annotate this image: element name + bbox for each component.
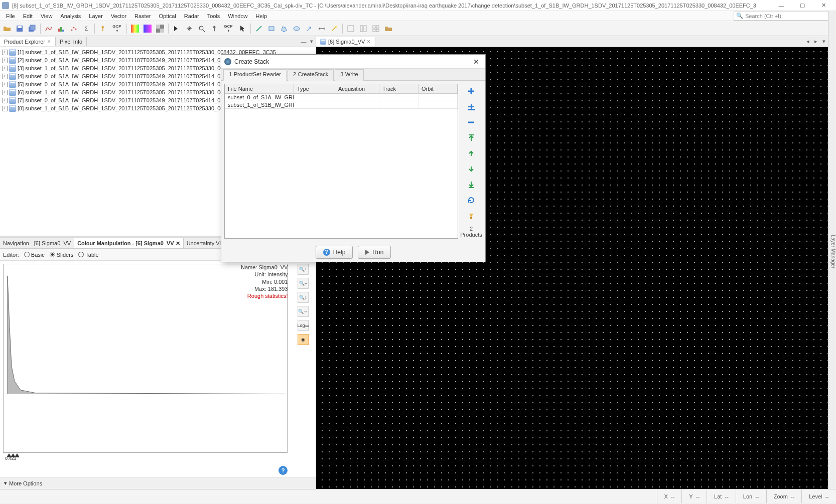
- pin-tool-icon[interactable]: [208, 23, 220, 35]
- radio-table[interactable]: Table: [78, 252, 98, 258]
- menu-file[interactable]: File: [2, 12, 19, 20]
- scatter-icon[interactable]: [68, 23, 80, 35]
- layer-manager-sidetab[interactable]: Layer Manager: [828, 11, 836, 489]
- menu-help[interactable]: Help: [251, 12, 271, 20]
- table-row[interactable]: subset_1_of_S1B_IW_GRDH_...: [225, 101, 458, 109]
- expand-icon[interactable]: +: [2, 58, 8, 63]
- menu-view[interactable]: View: [37, 12, 57, 20]
- arrow-icon[interactable]: [171, 23, 183, 35]
- expand-icon[interactable]: +: [2, 82, 8, 87]
- draw-poly-icon[interactable]: [278, 23, 290, 35]
- menu-vector[interactable]: Vector: [107, 12, 130, 20]
- gcp-icon[interactable]: GCP⬥: [109, 23, 124, 35]
- pin-icon[interactable]: [97, 23, 109, 35]
- expand-icon[interactable]: +: [2, 74, 8, 79]
- tab-navigation[interactable]: Navigation - [6] Sigma0_VV: [0, 238, 74, 248]
- layout1-icon[interactable]: [345, 23, 357, 35]
- open-icon[interactable]: [1, 23, 13, 35]
- save-icon[interactable]: [14, 23, 26, 35]
- dialog-tab-write[interactable]: 3-Write: [335, 69, 363, 81]
- close-icon[interactable]: ✕: [367, 39, 371, 44]
- slider-max-handle[interactable]: [15, 453, 20, 457]
- tab-product-explorer[interactable]: Product Explorer ✕: [0, 37, 56, 46]
- expand-icon[interactable]: +: [2, 90, 8, 95]
- nav-right-icon[interactable]: ▸: [812, 38, 820, 45]
- close-icon[interactable]: ✕: [176, 240, 180, 247]
- zoom-out-x-icon[interactable]: 🔍−: [298, 278, 309, 289]
- col-orbit[interactable]: Orbit: [419, 84, 458, 93]
- minimize-button[interactable]: —: [771, 0, 792, 11]
- move-up-button[interactable]: [466, 148, 477, 159]
- nav-left-icon[interactable]: ◂: [804, 38, 812, 45]
- zoom-out-y-icon[interactable]: 🔍↔: [298, 306, 309, 317]
- expand-icon[interactable]: +: [2, 50, 8, 55]
- image-tab[interactable]: [6] Sigma0_VV ✕: [316, 37, 375, 46]
- add-opened-button[interactable]: [466, 101, 477, 112]
- dialog-tab-reader[interactable]: 1-ProductSet-Reader: [223, 69, 287, 81]
- zoom-icon[interactable]: [196, 23, 208, 35]
- palette3-icon[interactable]: [154, 23, 166, 35]
- cursor-icon[interactable]: [236, 23, 248, 35]
- expand-icon[interactable]: +: [2, 106, 8, 111]
- file-table[interactable]: File Name Type Acquisition Track Orbit s…: [224, 84, 458, 239]
- layout2-icon[interactable]: [357, 23, 369, 35]
- move-top-button[interactable]: [466, 132, 477, 143]
- save-all-icon[interactable]: [26, 23, 38, 35]
- palette2-icon[interactable]: [142, 23, 154, 35]
- move-down-button[interactable]: [466, 163, 477, 175]
- col-acquisition[interactable]: Acquisition: [335, 84, 379, 93]
- zoom-in-y-icon[interactable]: 🔍↕: [298, 292, 309, 303]
- pan-icon[interactable]: [183, 23, 195, 35]
- dialog-titlebar[interactable]: Create Stack ✕: [221, 55, 485, 69]
- panel-minimize-icon[interactable]: —: [300, 39, 308, 45]
- draw-rect-icon[interactable]: [265, 23, 277, 35]
- chart-icon[interactable]: [55, 23, 67, 35]
- close-icon[interactable]: ✕: [47, 39, 51, 44]
- tab-colour-manipulation[interactable]: Colour Manipulation - [6] Sigma0_VV✕: [74, 238, 184, 248]
- palette1-icon[interactable]: [129, 23, 141, 35]
- draw-arrow-icon[interactable]: [303, 23, 315, 35]
- range-icon[interactable]: [316, 23, 328, 35]
- folder-icon[interactable]: [382, 23, 394, 35]
- draw-ellipse-icon[interactable]: [291, 23, 303, 35]
- menu-raster[interactable]: Raster: [130, 12, 155, 20]
- help-icon[interactable]: ?: [278, 466, 288, 475]
- refresh-button[interactable]: [466, 195, 477, 206]
- profile-icon[interactable]: [43, 23, 55, 35]
- wand-icon[interactable]: [328, 23, 340, 35]
- maximize-button[interactable]: ▢: [792, 0, 813, 11]
- more-options-bar[interactable]: ▾ More Options: [0, 477, 316, 489]
- menu-tools[interactable]: Tools: [203, 12, 224, 20]
- panel-dropdown-icon[interactable]: ▾: [820, 38, 828, 45]
- clear-button[interactable]: [466, 210, 477, 221]
- move-bottom-button[interactable]: [466, 179, 477, 190]
- remove-button[interactable]: [466, 117, 477, 128]
- slider-track[interactable]: [7, 453, 284, 457]
- dialog-close-button[interactable]: ✕: [470, 58, 482, 66]
- draw-line-icon[interactable]: [253, 23, 265, 35]
- add-button[interactable]: [466, 86, 477, 97]
- search-input[interactable]: 🔍 Search (Ctrl+I): [734, 12, 834, 21]
- menu-radar[interactable]: Radar: [180, 12, 203, 20]
- panel-dropdown-icon[interactable]: ▾: [308, 38, 316, 45]
- radio-sliders[interactable]: Sliders: [50, 252, 74, 258]
- menu-edit[interactable]: Edit: [19, 12, 37, 20]
- close-button[interactable]: ✕: [813, 0, 834, 11]
- col-track[interactable]: Track: [379, 84, 419, 93]
- menu-window[interactable]: Window: [224, 12, 251, 20]
- log-scale-button[interactable]: Log₁₀: [298, 320, 309, 331]
- stats-icon[interactable]: Σ: [80, 23, 92, 35]
- run-button[interactable]: Run: [358, 246, 391, 259]
- tab-pixel-info[interactable]: Pixel Info: [56, 37, 87, 46]
- zoom-in-x-icon[interactable]: 🔍+: [298, 264, 309, 275]
- menu-analysis[interactable]: Analysis: [56, 12, 85, 20]
- radio-basic[interactable]: Basic: [24, 252, 45, 258]
- menu-layer[interactable]: Layer: [85, 12, 107, 20]
- layout3-icon[interactable]: [370, 23, 382, 35]
- table-row[interactable]: subset_0_of_S1A_IW_GRDH_...: [225, 94, 458, 101]
- col-type[interactable]: Type: [294, 84, 335, 93]
- help-button[interactable]: ?Help: [316, 246, 353, 259]
- dialog-tab-createstack[interactable]: 2-CreateStack: [288, 69, 334, 81]
- expand-icon[interactable]: +: [2, 98, 8, 103]
- expand-icon[interactable]: +: [2, 66, 8, 71]
